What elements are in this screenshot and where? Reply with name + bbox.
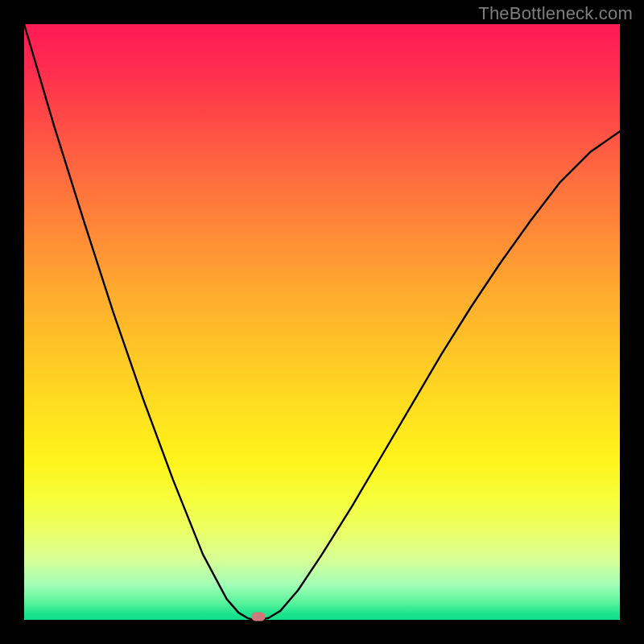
chart-container: TheBottleneck.com xyxy=(0,0,644,644)
watermark-text: TheBottleneck.com xyxy=(478,3,633,24)
plot-area xyxy=(24,24,620,620)
curve-path xyxy=(24,24,620,620)
bottleneck-curve xyxy=(24,24,620,620)
minimum-marker xyxy=(252,612,266,621)
